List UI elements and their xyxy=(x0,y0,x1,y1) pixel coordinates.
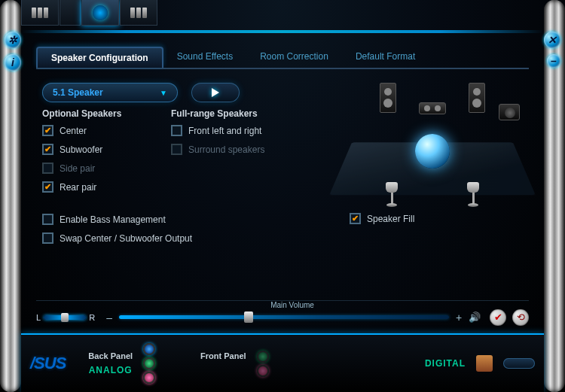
optional-checkbox-subwoofer[interactable]: Subwoofer xyxy=(42,144,162,155)
tab-speaker-configuration[interactable]: Speaker Configuration xyxy=(36,47,163,68)
device-speaker-icon[interactable] xyxy=(81,0,119,26)
front-panel-label: Front Panel xyxy=(200,351,246,360)
fullrange-checkbox-surround-speakers: Surround speakers xyxy=(171,144,291,155)
device-analog-icon[interactable] xyxy=(21,0,59,26)
minimize-icon[interactable]: – xyxy=(547,54,560,68)
volume-up-button[interactable]: + xyxy=(454,311,464,324)
speaker-fill-checkbox[interactable]: Speaker Fill xyxy=(350,213,414,224)
cancel-button[interactable]: ⟲ xyxy=(512,309,529,326)
front-right-speaker-icon[interactable] xyxy=(469,83,485,113)
listener-position-icon xyxy=(415,134,450,169)
test-play-button[interactable] xyxy=(191,83,240,102)
main-volume-slider[interactable] xyxy=(119,315,449,319)
front-jack-green-icon[interactable] xyxy=(257,351,269,363)
device-spacer xyxy=(60,0,81,26)
connector-settings-icon[interactable] xyxy=(476,355,493,372)
tab-default-format[interactable]: Default Format xyxy=(342,47,429,68)
tab-bar: Speaker ConfigurationSound EffectsRoom C… xyxy=(36,47,529,69)
jack-pink-icon[interactable] xyxy=(143,372,155,384)
digital-toggle[interactable] xyxy=(503,358,535,369)
optional-checkbox-side-pair: Side pair xyxy=(42,163,162,174)
tab-room-correction[interactable]: Room Correction xyxy=(246,47,342,68)
jack-blue-icon[interactable] xyxy=(143,343,155,355)
play-icon xyxy=(212,88,219,97)
tab-sound-effects[interactable]: Sound Effects xyxy=(163,47,247,68)
rear-left-speaker-icon[interactable] xyxy=(386,182,398,208)
back-panel-label: Back Panel xyxy=(88,351,133,360)
device-selector xyxy=(21,0,157,26)
dropdown-value: 5.1 Speaker xyxy=(53,87,103,98)
analog-label: ANALOG xyxy=(89,365,133,375)
sound-icon: 🔊 xyxy=(469,311,481,323)
extra-checkbox-enable-bass-management[interactable]: Enable Bass Management xyxy=(42,214,291,225)
front-panel-jacks xyxy=(257,351,269,377)
optional-speakers-header: Optional Speakers xyxy=(42,108,162,119)
fullrange-speakers-header: Full-range Speakers xyxy=(171,108,291,119)
apply-button[interactable]: ✔ xyxy=(490,309,506,326)
settings-gear-icon[interactable]: ✲ xyxy=(5,32,21,48)
volume-down-button[interactable]: – xyxy=(104,311,115,324)
extra-checkbox-swap-center-subwoofer-output[interactable]: Swap Center / Subwoofer Output xyxy=(42,232,291,244)
chevron-down-icon: ▼ xyxy=(160,89,167,97)
optional-checkbox-rear-pair[interactable]: Rear pair xyxy=(42,181,162,193)
center-speaker-icon[interactable] xyxy=(419,102,446,114)
speaker-layout-visual: Speaker Fill xyxy=(342,83,523,218)
front-jack-pink-icon[interactable] xyxy=(257,365,269,377)
device-digital-icon[interactable] xyxy=(120,0,157,26)
rear-right-speaker-icon[interactable] xyxy=(467,182,479,208)
subwoofer-icon[interactable] xyxy=(499,104,520,120)
back-panel-jacks xyxy=(143,343,155,384)
digital-label: DIGITAL xyxy=(425,358,466,369)
asus-logo: /SUS xyxy=(30,354,66,373)
header-divider xyxy=(21,30,544,33)
optional-checkbox-center[interactable]: Center xyxy=(42,125,162,136)
close-icon[interactable]: ✕ xyxy=(544,32,560,48)
front-left-speaker-icon[interactable] xyxy=(380,83,396,113)
jack-green-icon[interactable] xyxy=(143,357,155,369)
balance-slider[interactable]: L R xyxy=(36,313,95,322)
main-volume-label: Main Volume xyxy=(270,301,314,309)
info-icon[interactable]: i xyxy=(5,54,21,71)
speaker-config-dropdown[interactable]: 5.1 Speaker ▼ xyxy=(42,83,178,102)
fullrange-checkbox-front-left-and-right[interactable]: Front left and right xyxy=(171,125,291,136)
